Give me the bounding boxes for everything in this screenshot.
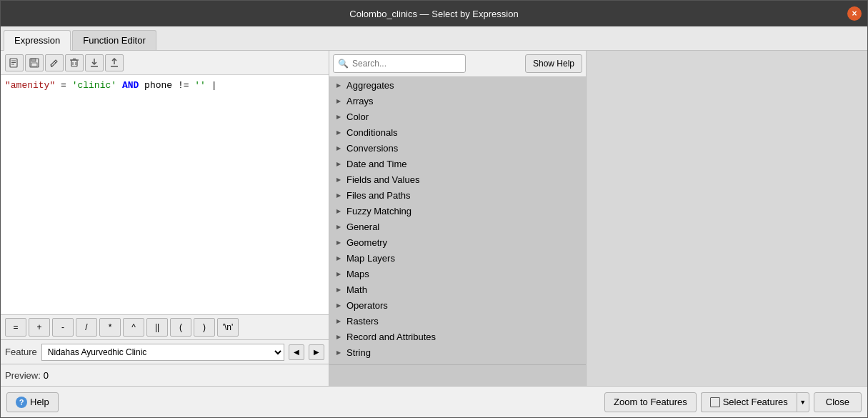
function-label: Arrays <box>346 96 374 106</box>
function-label: Aggregates <box>346 80 394 91</box>
function-label: Operators <box>346 300 388 311</box>
expr-string-clinic: 'clinic' <box>72 80 116 91</box>
show-help-button[interactable]: Show Help <box>525 54 582 73</box>
function-label: Math <box>346 284 367 295</box>
function-item-conversions[interactable]: ▶Conversions <box>329 140 586 156</box>
function-item-string[interactable]: ▶String <box>329 344 586 360</box>
search-input[interactable] <box>333 54 466 73</box>
chevron-icon: ▶ <box>334 347 344 357</box>
feature-label: Feature <box>5 347 37 357</box>
chevron-icon: ▶ <box>334 284 344 294</box>
function-item-aggregates[interactable]: ▶Aggregates <box>329 77 586 93</box>
search-bar: 🔍 Show Help <box>329 51 586 77</box>
next-feature-button[interactable]: ▶ <box>309 344 324 360</box>
chevron-icon: ▶ <box>334 300 344 310</box>
preview-value: 0 <box>44 370 49 381</box>
right-panel <box>587 51 867 386</box>
function-item-map-layers[interactable]: ▶Map Layers <box>329 250 586 266</box>
chevron-icon: ▶ <box>334 222 344 232</box>
export-button[interactable] <box>105 54 124 71</box>
new-button[interactable] <box>5 54 24 71</box>
function-item-geometry[interactable]: ▶Geometry <box>329 234 586 250</box>
svg-rect-5 <box>31 59 36 61</box>
close-window-button[interactable]: × <box>847 6 862 21</box>
expression-editor[interactable]: "amenity" = 'clinic' AND phone != '' | <box>1 75 329 315</box>
function-label: Files and Paths <box>346 190 411 201</box>
op-newline-button[interactable]: '\n' <box>217 318 239 337</box>
feature-bar: Feature Nidahas Ayurvedhic Clinic ◀ ▶ <box>1 340 329 364</box>
tab-bar: Expression Function Editor <box>1 26 867 51</box>
edit-button[interactable] <box>45 54 64 71</box>
chevron-icon: ▶ <box>334 190 344 200</box>
op-open-paren-button[interactable]: ( <box>170 318 191 337</box>
chevron-icon: ▶ <box>334 206 344 216</box>
left-panel: "amenity" = 'clinic' AND phone != '' | =… <box>1 51 329 386</box>
tab-expression[interactable]: Expression <box>4 30 71 51</box>
op-equals-button[interactable]: = <box>5 318 26 337</box>
select-features-dropdown-button[interactable]: ▼ <box>797 392 809 412</box>
save-button[interactable] <box>25 54 44 71</box>
select-features-button[interactable]: Select Features <box>701 392 797 412</box>
search-wrapper: 🔍 <box>333 54 522 73</box>
help-icon: ? <box>16 397 27 408</box>
import-icon <box>89 58 99 68</box>
function-item-date-and-time[interactable]: ▶Date and Time <box>329 156 586 171</box>
op-concat-button[interactable]: || <box>146 318 168 337</box>
edit-icon <box>49 58 59 68</box>
function-item-conditionals[interactable]: ▶Conditionals <box>329 124 586 140</box>
function-item-arrays[interactable]: ▶Arrays <box>329 93 586 109</box>
help-button[interactable]: ? Help <box>6 392 59 412</box>
op-plus-button[interactable]: + <box>29 318 50 337</box>
function-label: Conversions <box>346 143 398 154</box>
svg-line-7 <box>54 61 56 63</box>
op-minus-button[interactable]: - <box>52 318 74 337</box>
chevron-icon: ▶ <box>334 174 344 184</box>
main-content: "amenity" = 'clinic' AND phone != '' | =… <box>1 51 867 386</box>
function-item-files-and-paths[interactable]: ▶Files and Paths <box>329 187 586 203</box>
function-label: Map Layers <box>346 253 395 264</box>
op-divide-button[interactable]: / <box>76 318 97 337</box>
close-button[interactable]: Close <box>814 392 862 412</box>
function-item-math[interactable]: ▶Math <box>329 282 586 297</box>
tab-function-editor[interactable]: Function Editor <box>72 30 156 50</box>
op-close-paren-button[interactable]: ) <box>194 318 215 337</box>
function-item-fields-and-values[interactable]: ▶Fields and Values <box>329 171 586 187</box>
bottom-bar: ? Help Zoom to Features Select Features … <box>1 386 867 417</box>
expr-string-empty: '' <box>194 80 206 91</box>
function-label: General <box>346 222 379 232</box>
op-power-button[interactable]: ^ <box>123 318 144 337</box>
function-item-rasters[interactable]: ▶Rasters <box>329 313 586 329</box>
function-label: Color <box>346 111 369 122</box>
function-item-maps[interactable]: ▶Maps <box>329 266 586 282</box>
preview-label: Preview: <box>5 370 41 381</box>
function-item-operators[interactable]: ▶Operators <box>329 297 586 313</box>
feature-select[interactable]: Nidahas Ayurvedhic Clinic <box>41 344 284 361</box>
prev-feature-button[interactable]: ◀ <box>289 344 304 360</box>
import-button[interactable] <box>85 54 104 71</box>
function-label: Fuzzy Matching <box>346 206 411 217</box>
chevron-icon: ▶ <box>334 127 344 137</box>
function-item-general[interactable]: ▶General <box>329 219 586 234</box>
operator-bar: = + - / * ^ || ( ) '\n' <box>1 315 329 340</box>
op-multiply-button[interactable]: * <box>99 318 121 337</box>
function-label: Date and Time <box>346 159 407 169</box>
chevron-icon: ▶ <box>334 96 344 106</box>
chevron-icon: ▶ <box>334 316 344 326</box>
function-item-color[interactable]: ▶Color <box>329 109 586 124</box>
expression-toolbar <box>1 51 329 75</box>
chevron-icon: ▶ <box>334 269 344 279</box>
zoom-to-features-button[interactable]: Zoom to Features <box>604 392 697 412</box>
svg-rect-6 <box>31 63 37 66</box>
function-item-fuzzy-matching[interactable]: ▶Fuzzy Matching <box>329 203 586 219</box>
save-icon <box>29 58 39 68</box>
chevron-icon: ▶ <box>334 332 344 342</box>
select-features-group: Select Features ▼ <box>701 392 809 412</box>
functions-list: ▶Aggregates▶Arrays▶Color▶Conditionals▶Co… <box>329 77 586 364</box>
expr-field-part: "amenity" <box>5 80 55 91</box>
search-icon: 🔍 <box>338 59 349 69</box>
function-item-record-and-attributes[interactable]: ▶Record and Attributes <box>329 329 586 344</box>
chevron-icon: ▶ <box>334 237 344 247</box>
expr-equals: = <box>61 80 72 91</box>
delete-button[interactable] <box>65 54 84 71</box>
new-icon <box>9 58 19 68</box>
